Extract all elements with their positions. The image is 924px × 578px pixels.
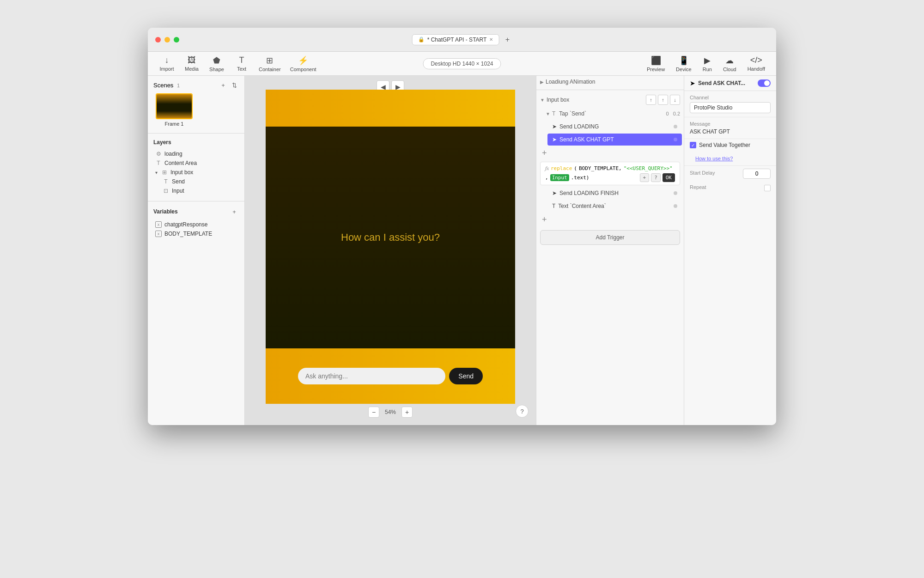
new-tab-btn[interactable]: + xyxy=(503,35,512,44)
layer-content-area[interactable]: T Content Area xyxy=(153,158,239,168)
layer-input[interactable]: ⊡ Input xyxy=(161,186,239,195)
shape-tool[interactable]: ⬟ Shape xyxy=(205,54,228,74)
add-trigger-btn[interactable]: Add Trigger xyxy=(540,230,680,245)
tap-send-label: Tap `Send` xyxy=(559,110,586,117)
run-btn[interactable]: ▶ Run xyxy=(699,54,716,74)
scenes-actions: + ⇅ xyxy=(219,80,239,90)
canvas-area[interactable]: ◀ ▶ How can I assist you? Send − 54% + xyxy=(245,76,536,425)
cloud-label: Cloud xyxy=(723,67,736,72)
minimize-window-btn[interactable] xyxy=(164,37,170,43)
move-up2-btn[interactable]: ↑ xyxy=(658,95,668,105)
var-body-template[interactable]: x BODY_TEMPLATE xyxy=(153,229,239,238)
tap-send-trigger[interactable]: ▼ T Tap `Send` 0 0.2 xyxy=(536,108,684,120)
media-tool[interactable]: 🖼 Media xyxy=(180,54,203,73)
move-up-btn[interactable]: ↑ xyxy=(646,95,656,105)
canvas-help-btn[interactable]: ? xyxy=(516,405,529,418)
formula-suffix: .text) xyxy=(571,175,590,181)
layers-section: Layers ⚙ loading T Content Area ▾ ⊞ Inpu… xyxy=(148,135,244,199)
var-body-template-label: BODY_TEMPLATE xyxy=(164,231,212,237)
repeat-checkbox[interactable] xyxy=(764,185,771,191)
formula-actions: + ? OK xyxy=(640,173,675,182)
tab-close-btn[interactable]: ✕ xyxy=(489,37,493,42)
toolbar-right: ⬛ Preview 📱 Device ▶ Run ☁ Cloud </> Han… xyxy=(643,54,769,74)
how-to-use-link[interactable]: How to use this? xyxy=(690,154,738,163)
import-icon: ↓ xyxy=(165,55,169,65)
window-controls xyxy=(155,37,179,43)
cloud-btn[interactable]: ☁ Cloud xyxy=(719,54,740,74)
formula-comma: , xyxy=(545,175,548,181)
variables-section: Variables + x chatgptResponse x BODY_TEM… xyxy=(148,203,244,242)
text-icon: T xyxy=(239,55,244,65)
tab-title: * ChatGPT API - START xyxy=(427,37,487,43)
handoff-icon: </> xyxy=(750,55,762,65)
add-variable-btn[interactable]: + xyxy=(230,207,239,216)
tab-bar: 🔒 * ChatGPT API - START ✕ + xyxy=(412,34,512,45)
channel-section: Channel ProtoPie Studio xyxy=(684,91,776,117)
scene-thumbnail[interactable] xyxy=(156,93,193,119)
formula-row: 𝑓𝑥 replace ( BODY_TEMPLATE, "<<USER_QUER… xyxy=(540,162,680,185)
props-toggle[interactable] xyxy=(758,79,771,87)
repeat-label: Repeat xyxy=(690,184,706,190)
timing-display: 0 0.2 xyxy=(666,111,680,116)
shape-label: Shape xyxy=(209,67,224,72)
input-box-label: Input box xyxy=(547,97,569,103)
zoom-out-btn[interactable]: − xyxy=(368,407,379,418)
device-btn[interactable]: 📱 Device xyxy=(672,54,695,74)
formula-plus-btn[interactable]: + xyxy=(640,173,650,182)
message-label: Message xyxy=(690,121,771,127)
formula-help-btn[interactable]: ? xyxy=(651,173,661,182)
main-area: Scenes 1 + ⇅ Frame 1 xyxy=(148,76,776,425)
import-tool[interactable]: ↓ Import xyxy=(155,54,178,73)
var-chatgpt-response[interactable]: x chatgptResponse xyxy=(153,220,239,229)
loading-animation-trigger[interactable]: ▶ Loadiung ANimation xyxy=(536,76,684,88)
run-icon: ▶ xyxy=(704,55,711,66)
maximize-window-btn[interactable] xyxy=(174,37,179,43)
move-down-btn[interactable]: ↓ xyxy=(670,95,680,105)
component-tool[interactable]: ⚡ Component xyxy=(286,54,320,74)
channel-select[interactable]: ProtoPie Studio xyxy=(690,102,771,113)
formula-fx-icon: 𝑓𝑥 xyxy=(545,165,549,171)
send-loading-item[interactable]: ➤ Send LOADING xyxy=(547,121,682,133)
canvas-size-display[interactable]: Desktop HD 1440 × 1024 xyxy=(423,58,501,69)
send-value-checkbox[interactable]: ✓ xyxy=(690,142,696,148)
layer-input-box[interactable]: ▾ ⊞ Input box xyxy=(153,168,239,177)
add-action-btn-2[interactable]: + xyxy=(536,213,684,226)
active-tab[interactable]: 🔒 * ChatGPT API - START ✕ xyxy=(412,34,499,45)
send-loading-finish-item[interactable]: ➤ Send LOADING FINISH xyxy=(547,187,682,199)
text-content-icon: T xyxy=(552,203,555,209)
close-window-btn[interactable] xyxy=(155,37,161,43)
scene-sort-btn[interactable]: ⇅ xyxy=(230,80,239,90)
chat-send-btn[interactable]: Send xyxy=(449,368,483,384)
layer-send[interactable]: T Send xyxy=(161,177,239,186)
var-icon-2: x xyxy=(155,231,162,237)
zoom-in-btn[interactable]: + xyxy=(401,407,413,418)
start-delay-input[interactable] xyxy=(743,169,771,179)
send-ask-dot xyxy=(674,138,677,141)
container-icon: ⊞ xyxy=(266,55,273,66)
chat-input[interactable] xyxy=(298,368,445,384)
props-panel: ➤ Send ASK CHAT... Channel ProtoPie Stud… xyxy=(684,76,776,425)
run-label: Run xyxy=(703,67,712,72)
scene-frame1[interactable]: Frame 1 xyxy=(153,93,195,127)
preview-btn[interactable]: ⬛ Preview xyxy=(643,54,669,74)
layer-loading[interactable]: ⚙ loading xyxy=(153,149,239,158)
send-ask-chat-gpt-item[interactable]: ➤ Send ASK CHAT GPT xyxy=(547,134,682,146)
layers-header: Layers xyxy=(153,139,239,146)
add-action-btn[interactable]: + xyxy=(536,146,684,160)
repeat-row: Repeat xyxy=(684,182,776,195)
variables-header: Variables + xyxy=(153,207,239,216)
formula-ok-btn[interactable]: OK xyxy=(663,173,675,182)
import-label: Import xyxy=(159,66,174,72)
title-bar: 🔒 * ChatGPT API - START ✕ + xyxy=(148,28,776,52)
text-tool[interactable]: T Text xyxy=(230,54,253,73)
input-box-trigger[interactable]: ▼ Input box ↑ ↑ ↓ xyxy=(536,92,684,108)
container-tool[interactable]: ⊞ Container xyxy=(255,54,285,74)
add-scene-btn[interactable]: + xyxy=(219,80,228,90)
start-delay-row: Start Delay xyxy=(684,166,776,182)
text-content-area-item[interactable]: T Text `Content Area` xyxy=(547,200,682,212)
channel-label: Channel xyxy=(690,95,771,100)
send-loading-icon: ➤ xyxy=(552,123,557,130)
interaction-panel: ▶ Loadiung ANimation ▼ Input box ↑ ↑ ↓ ▼… xyxy=(536,76,684,425)
handoff-btn[interactable]: </> Handoff xyxy=(744,54,769,73)
container-label: Container xyxy=(259,67,281,72)
